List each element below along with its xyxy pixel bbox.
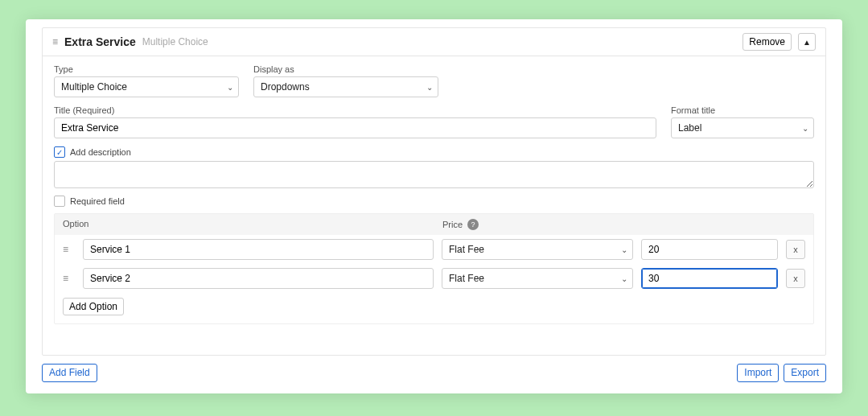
format-title-label: Format title — [671, 105, 814, 115]
option-price-input[interactable] — [641, 268, 778, 289]
chevron-down-icon: ⌄ — [426, 83, 433, 92]
option-price-input[interactable] — [641, 239, 778, 260]
option-name-input[interactable] — [83, 268, 434, 289]
chevron-down-icon: ⌄ — [227, 83, 233, 92]
option-row: ≡ Flat Fee ⌄ x — [55, 235, 813, 264]
option-name-input[interactable] — [83, 239, 434, 260]
required-field-label: Required field — [70, 196, 125, 206]
price-header-text: Price — [442, 220, 463, 229]
panel-body: Type Multiple Choice ⌄ Display as Dropdo… — [43, 56, 825, 355]
drag-handle-icon[interactable]: ≡ — [52, 36, 58, 47]
option-row: ≡ Flat Fee ⌄ x — [55, 264, 813, 293]
format-title-select[interactable]: Label ⌄ — [671, 117, 814, 138]
panel-subtitle: Multiple Choice — [142, 36, 208, 47]
caret-up-icon: ▲ — [803, 38, 811, 47]
page-card: ≡ Extra Service Multiple Choice Remove ▲… — [26, 19, 842, 393]
display-as-value: Dropdowns — [261, 81, 310, 93]
field-panel: ≡ Extra Service Multiple Choice Remove ▲… — [42, 27, 826, 356]
delete-option-button[interactable]: x — [786, 240, 805, 259]
option-column-header: Option — [63, 219, 442, 230]
add-option-button[interactable]: Add Option — [63, 298, 124, 315]
display-as-label: Display as — [253, 64, 438, 74]
option-price-type-select[interactable]: Flat Fee ⌄ — [442, 239, 633, 260]
type-select[interactable]: Multiple Choice ⌄ — [54, 76, 239, 97]
import-button[interactable]: Import — [737, 364, 779, 382]
panel-title: Extra Service — [64, 35, 136, 48]
option-price-type-select[interactable]: Flat Fee ⌄ — [442, 268, 633, 289]
option-price-type-value: Flat Fee — [449, 244, 484, 255]
chevron-down-icon: ⌄ — [621, 245, 627, 254]
add-description-checkbox[interactable]: ✓ — [54, 146, 65, 158]
price-column-header: Price ? — [442, 219, 805, 230]
format-title-value: Label — [678, 122, 701, 134]
options-table: Option Price ? ≡ Flat Fee ⌄ x — [54, 213, 814, 324]
add-description-label: Add description — [70, 147, 131, 157]
options-header-row: Option Price ? — [55, 214, 813, 235]
close-icon: x — [793, 245, 798, 254]
title-label: Title (Required) — [54, 105, 656, 115]
drag-handle-icon[interactable]: ≡ — [63, 244, 68, 255]
close-icon: x — [793, 274, 798, 283]
help-icon[interactable]: ? — [467, 219, 479, 230]
collapse-button[interactable]: ▲ — [798, 33, 816, 51]
title-input[interactable] — [54, 117, 656, 138]
drag-handle-icon[interactable]: ≡ — [63, 273, 68, 284]
delete-option-button[interactable]: x — [786, 269, 805, 288]
remove-button[interactable]: Remove — [743, 33, 792, 51]
export-button[interactable]: Export — [784, 364, 826, 382]
required-field-checkbox[interactable]: ✓ — [54, 196, 65, 207]
description-textarea[interactable] — [54, 161, 814, 188]
panel-header: ≡ Extra Service Multiple Choice Remove ▲ — [43, 28, 825, 56]
chevron-down-icon: ⌄ — [802, 124, 808, 133]
chevron-down-icon: ⌄ — [621, 274, 627, 283]
add-field-button[interactable]: Add Field — [42, 364, 97, 382]
options-footer: Add Option — [55, 293, 813, 323]
card-footer: Add Field Import Export — [42, 356, 826, 382]
option-price-type-value: Flat Fee — [449, 273, 484, 284]
display-as-select[interactable]: Dropdowns ⌄ — [253, 76, 438, 97]
type-select-value: Multiple Choice — [61, 81, 127, 93]
type-label: Type — [54, 64, 239, 74]
